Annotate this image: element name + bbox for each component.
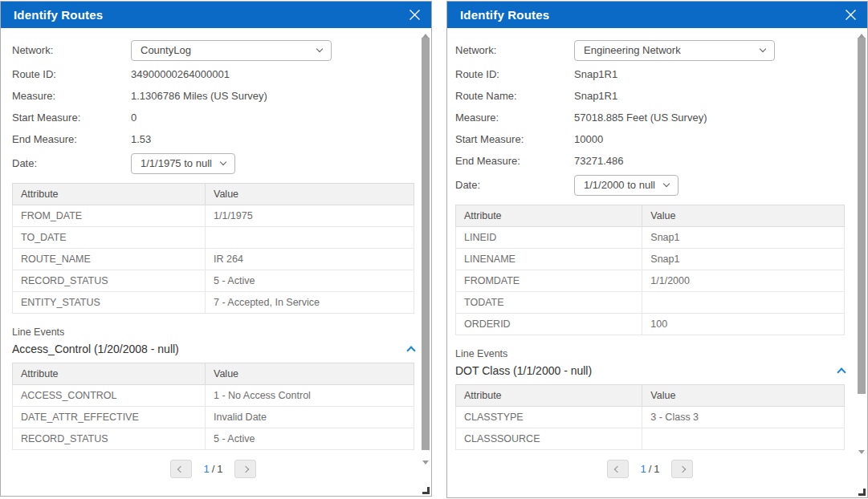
attribute-column-header: Attribute	[456, 385, 642, 407]
attribute-cell: RECORD_STATUS	[13, 428, 206, 450]
value-cell: 5 - Active	[206, 270, 414, 292]
field-date: Date: 1/1/2000 to null	[455, 172, 845, 198]
close-icon	[843, 7, 858, 22]
attribute-cell: TODATE	[456, 292, 642, 314]
scrollbar-thumb[interactable]	[422, 38, 430, 450]
line-events-heading: Line Events	[455, 348, 845, 359]
end-measure-label: End Measure:	[455, 155, 574, 167]
value-cell: Snap1	[642, 227, 845, 249]
measure-label: Measure:	[12, 90, 131, 102]
chevron-up-icon	[406, 346, 415, 355]
identify-routes-dialog-right: Identify Routes Network: Engineering Net…	[446, 1, 868, 498]
value-cell: 3 - Class 3	[642, 407, 845, 428]
date-dropdown[interactable]: 1/1/1975 to null	[131, 153, 235, 174]
close-button[interactable]	[841, 6, 860, 25]
chevron-up-icon	[837, 367, 846, 376]
route-attribute-table: Attribute Value LINEIDSnap1 LINENAMESnap…	[455, 205, 845, 335]
next-page-button[interactable]	[671, 460, 693, 478]
dialog-body: Network: Engineering Network Route ID: S…	[447, 28, 867, 497]
next-page-button[interactable]	[234, 460, 256, 478]
identify-routes-dialog-left: Identify Routes Network: CountyLog Route…	[0, 1, 432, 497]
chevron-down-icon	[220, 159, 226, 165]
attribute-cell: LINEID	[456, 227, 642, 249]
value-cell: IR 264	[206, 249, 414, 270]
measure-value: 57018.885 Feet (US Survey)	[574, 112, 707, 124]
start-measure-value: 0	[131, 112, 137, 124]
prev-page-button[interactable]	[607, 460, 629, 478]
dialog-body: Network: CountyLog Route ID: 34900000264…	[1, 28, 431, 496]
field-end-measure: End Measure: 73271.486	[455, 150, 845, 172]
network-dropdown-value: CountyLog	[141, 44, 191, 56]
prev-page-button[interactable]	[170, 460, 192, 478]
scrollbar-down-arrow[interactable]	[422, 460, 429, 465]
date-label: Date:	[455, 179, 574, 191]
chevron-right-icon	[679, 465, 685, 472]
chevron-right-icon	[242, 465, 248, 472]
end-measure-value: 1.53	[131, 133, 151, 145]
resize-handle[interactable]	[422, 487, 430, 494]
attribute-cell: CLASSSOURCE	[456, 428, 642, 450]
collapse-section-button[interactable]	[408, 343, 414, 356]
value-column-header: Value	[642, 205, 845, 227]
attribute-cell: ROUTE_NAME	[13, 249, 206, 270]
field-route-id: Route ID: Snap1R1	[455, 63, 845, 85]
field-date: Date: 1/1/1975 to null	[12, 150, 414, 176]
table-row: TODATE	[456, 292, 845, 314]
measure-value: 1.1306786 Miles (US Survey)	[131, 90, 267, 102]
dialog-title: Identify Routes	[460, 8, 549, 22]
event-section-header: DOT Class (1/1/2000 - null)	[455, 364, 845, 378]
event-attribute-table: Attribute Value CLASSTYPE3 - Class 3 CLA…	[455, 384, 845, 450]
field-network: Network: CountyLog	[12, 37, 414, 63]
start-measure-label: Start Measure:	[12, 112, 131, 124]
attribute-cell: ACCESS_CONTROL	[13, 385, 206, 407]
network-label: Network:	[455, 44, 574, 56]
network-dropdown[interactable]: CountyLog	[131, 40, 332, 61]
value-cell: Invalid Date	[206, 407, 414, 428]
route-name-label: Route Name:	[455, 90, 574, 102]
table-row: CLASSSOURCE	[456, 428, 845, 450]
attribute-column-header: Attribute	[13, 363, 206, 385]
table-row: CLASSTYPE3 - Class 3	[456, 407, 845, 428]
date-dropdown[interactable]: 1/1/2000 to null	[574, 175, 679, 196]
chevron-down-icon	[663, 181, 670, 187]
close-icon	[407, 7, 422, 22]
start-measure-value: 10000	[574, 133, 603, 145]
chevron-left-icon	[177, 465, 184, 472]
table-header-row: Attribute Value	[13, 184, 414, 205]
collapse-section-button[interactable]	[838, 364, 845, 378]
event-title: DOT Class (1/1/2000 - null)	[455, 364, 592, 377]
attribute-column-header: Attribute	[13, 184, 206, 205]
value-cell: Snap1	[642, 249, 845, 270]
value-cell: 1/1/2000	[642, 270, 845, 292]
table-row: ROUTE_NAMEIR 264	[13, 249, 414, 270]
event-title: Access_Control (1/20/2008 - null)	[12, 343, 179, 355]
table-row: RECORD_STATUS5 - Active	[13, 270, 414, 292]
attribute-cell: RECORD_STATUS	[13, 270, 206, 292]
chevron-left-icon	[614, 465, 621, 472]
route-id-label: Route ID:	[455, 68, 574, 80]
table-row: ACCESS_CONTROL1 - No Access Control	[13, 385, 414, 407]
page-indicator: 1/1	[639, 463, 661, 475]
close-button[interactable]	[405, 6, 424, 25]
field-measure: Measure: 57018.885 Feet (US Survey)	[455, 107, 845, 128]
route-id-label: Route ID:	[12, 68, 131, 80]
route-attribute-table: Attribute Value FROM_DATE1/1/1975 TO_DAT…	[12, 183, 414, 314]
pagination: 1/1	[12, 460, 414, 478]
table-row: LINEIDSnap1	[456, 227, 845, 249]
page-indicator: 1/1	[202, 463, 224, 475]
dialog-titlebar: Identify Routes	[1, 2, 431, 28]
page-separator: /	[212, 463, 215, 475]
scrollbar-down-arrow[interactable]	[858, 450, 865, 454]
measure-label: Measure:	[455, 112, 574, 124]
table-row: TO_DATE	[13, 227, 414, 249]
attribute-cell: FROM_DATE	[13, 205, 206, 227]
scrollbar-thumb[interactable]	[858, 38, 866, 394]
attribute-cell: TO_DATE	[13, 227, 206, 249]
network-dropdown[interactable]: Engineering Network	[574, 40, 775, 61]
line-events-heading: Line Events	[12, 327, 414, 338]
value-column-header: Value	[642, 385, 845, 407]
resize-handle[interactable]	[858, 489, 866, 496]
event-section-header: Access_Control (1/20/2008 - null)	[12, 343, 414, 356]
total-pages: 1	[217, 463, 222, 475]
attribute-cell: LINENAME	[456, 249, 642, 270]
